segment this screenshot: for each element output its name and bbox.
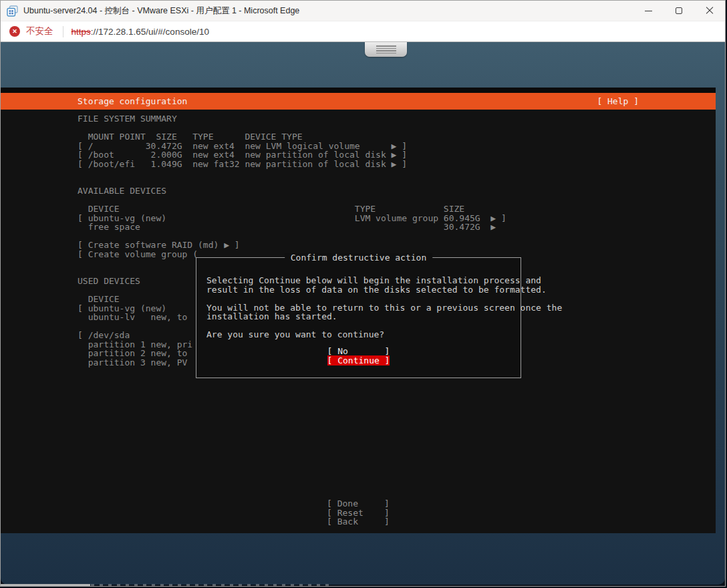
close-icon — [706, 7, 714, 15]
dialog-buttons: [ No ] [ Continue ] — [196, 347, 521, 365]
console-text-line — [206, 294, 514, 303]
confirm-dialog: Confirm destructive action Selecting Con… — [196, 257, 521, 378]
console-text-line: result in the loss of data on the disks … — [206, 285, 514, 295]
dialog-body: Selecting Continue below will begin the … — [206, 276, 514, 339]
console-text-line: Selecting Continue below will begin the … — [206, 276, 514, 285]
window-title: Ubuntu-server24.04 - 控制台 - VMware ESXi -… — [23, 5, 299, 17]
address-separator — [63, 26, 63, 37]
close-button[interactable] — [694, 1, 725, 21]
installer-header-bar: Storage configuration [ Help ] — [1, 93, 716, 110]
console-text-line[interactable]: [ /boot/efi 1.049G new fat32 new partiti… — [78, 160, 506, 169]
console-text-line: MOUNT POINT SIZE TYPE DEVICE TYPE — [78, 132, 506, 142]
console-text-line: Are you sure you want to continue? — [206, 330, 514, 339]
console-text-line — [78, 232, 506, 241]
console-text-line[interactable]: [ ubuntu-vg (new) LVM volume group 60.94… — [78, 214, 506, 223]
console-text-line: AVAILABLE DEVICES — [78, 186, 506, 196]
console-background-panel: Storage configuration [ Help ] FILE SYST… — [1, 42, 725, 585]
back-button[interactable]: [ Back ] — [1, 517, 716, 527]
address-bar: ✕ 不安全 https://172.28.1.65/ui/#/console/1… — [1, 21, 725, 42]
bottom-edge-strip — [1, 584, 90, 586]
installer-footer-buttons: [ Done ] [ Reset ] [ Back ] — [1, 499, 716, 527]
reset-button[interactable]: [ Reset ] — [1, 508, 716, 518]
bottom-edge-clipped-text — [91, 584, 331, 586]
console-text-line: free space 30.472G ▶ — [78, 223, 506, 232]
vm-screen[interactable]: Storage configuration [ Help ] FILE SYST… — [1, 88, 716, 533]
console-text-line — [206, 321, 514, 331]
minimize-icon — [645, 11, 652, 11]
installer-page-title: Storage configuration — [78, 97, 187, 106]
maximize-icon — [676, 7, 682, 14]
no-button[interactable]: [ No ] — [327, 346, 390, 356]
url-rest: ://172.28.1.65/ui/#/console/10 — [91, 27, 209, 37]
esxi-console-page: Storage configuration [ Help ] FILE SYST… — [1, 42, 725, 586]
browser-titlebar: Ubuntu-server24.04 - 控制台 - VMware ESXi -… — [1, 1, 725, 21]
vmware-console-icon — [7, 5, 18, 17]
minimize-button[interactable] — [633, 1, 664, 21]
url-field[interactable]: https://172.28.1.65/ui/#/console/10 — [71, 27, 209, 37]
console-text-line — [78, 196, 506, 205]
help-button[interactable]: [ Help ] — [597, 97, 639, 106]
console-text-line[interactable]: [ Create software RAID (md) ▶ ] — [78, 241, 506, 250]
vm-screen-top-gap — [1, 88, 716, 93]
window-controls — [633, 1, 725, 21]
console-text-line[interactable]: [ /boot 2.000G new ext4 new partition of… — [78, 150, 506, 160]
console-text-line[interactable]: [ / 30.472G new ext4 new LVM logical vol… — [78, 142, 506, 151]
not-secure-label[interactable]: 不安全 — [26, 25, 53, 37]
console-text-line: installation has started. — [206, 312, 514, 321]
console-text-line — [78, 124, 506, 133]
url-scheme-struck: https — [71, 27, 91, 37]
not-secure-icon[interactable]: ✕ — [9, 26, 20, 37]
console-text-line — [78, 178, 506, 187]
browser-window: Ubuntu-server24.04 - 控制台 - VMware ESXi -… — [0, 0, 726, 587]
console-text-line — [78, 168, 506, 178]
done-button[interactable]: [ Done ] — [1, 499, 716, 508]
dialog-title: Confirm destructive action — [285, 253, 433, 263]
console-text-line: You will not be able to return to this o… — [206, 303, 514, 313]
console-text-line: FILE SYSTEM SUMMARY — [78, 114, 506, 124]
continue-button[interactable]: [ Continue ] — [327, 355, 390, 365]
console-toolbar-pull-tab[interactable] — [365, 42, 407, 57]
maximize-button[interactable] — [664, 1, 694, 21]
console-text-line: DEVICE TYPE SIZE — [78, 204, 506, 214]
